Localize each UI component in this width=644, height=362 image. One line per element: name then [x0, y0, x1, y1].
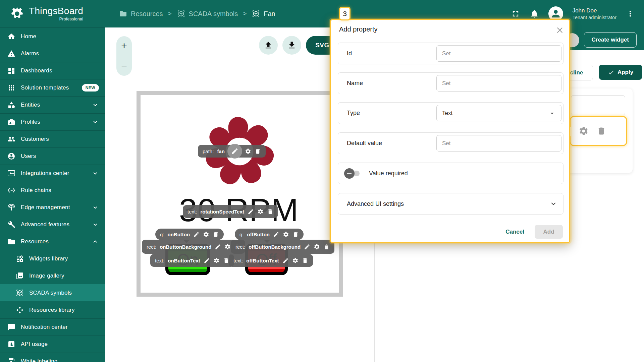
chevron-down-icon[interactable]	[92, 204, 99, 211]
add-property-dialog: 3 Add property IdSetNameSetTypeTextDefau…	[330, 19, 570, 243]
zoom-control: + −	[116, 36, 132, 76]
caret-down-icon	[548, 110, 556, 117]
close-icon	[555, 25, 565, 35]
delete-button[interactable]	[302, 257, 308, 264]
tag-name: onButton	[168, 232, 190, 237]
add-button[interactable]: Add	[535, 225, 563, 239]
edit-button[interactable]	[304, 244, 310, 250]
edit-button[interactable]	[215, 244, 221, 250]
sidebar-item-resources-library[interactable]: Resources library	[0, 301, 105, 318]
fullscreen-button[interactable]	[511, 9, 520, 18]
chevron-down-icon	[549, 199, 558, 208]
sidebar-item-resources[interactable]: Resources	[0, 233, 105, 250]
edit-button[interactable]	[282, 257, 289, 264]
delete-button[interactable]	[255, 148, 261, 155]
notifications-bell-button[interactable]	[530, 9, 539, 18]
edit-button[interactable]	[193, 231, 200, 238]
check-icon	[608, 69, 614, 76]
sidebar-item-image-gallery[interactable]: Image gallery	[0, 267, 105, 284]
chevron-down-icon[interactable]	[92, 170, 99, 177]
white-label-icon	[7, 357, 15, 362]
close-icon[interactable]	[555, 25, 565, 35]
field-input-default-value[interactable]: Set	[436, 135, 561, 152]
sidebar-item-solution-templates[interactable]: Solution templatesNEW	[0, 79, 105, 96]
sidebar-item-notification-center[interactable]: Notification center	[0, 318, 105, 336]
property-field[interactable]	[571, 95, 625, 115]
delete-button[interactable]	[213, 231, 219, 238]
trash-icon	[292, 231, 299, 238]
edit-button[interactable]	[204, 257, 210, 264]
gear-icon[interactable]	[579, 126, 589, 136]
settings-button[interactable]	[245, 148, 251, 155]
delete-button[interactable]	[292, 231, 299, 238]
download-button[interactable]	[282, 36, 301, 55]
delete-button[interactable]	[223, 257, 229, 264]
settings-button[interactable]	[213, 257, 220, 264]
sidebar-item-customers[interactable]: Customers	[0, 130, 105, 147]
trash-icon	[223, 257, 229, 264]
settings-button[interactable]	[292, 257, 299, 264]
apply-button[interactable]: Apply	[599, 65, 642, 80]
zoom-out-button[interactable]: −	[121, 61, 127, 71]
sidebar-item-edge-management[interactable]: Edge management	[0, 199, 105, 216]
api-icon	[7, 340, 15, 348]
field-input-id[interactable]: Set	[436, 45, 561, 62]
advanced-ui-settings-row[interactable]: Advanced UI settings	[338, 193, 564, 215]
settings-button[interactable]	[283, 231, 289, 238]
cancel-button[interactable]: Cancel	[505, 229, 524, 235]
chevron-down-icon[interactable]	[92, 221, 99, 228]
field-select-type[interactable]: Text	[436, 105, 561, 121]
sidebar-item-home[interactable]: Home	[0, 28, 105, 45]
field-label: Name	[347, 80, 363, 87]
chevron-down-icon[interactable]	[92, 101, 99, 109]
settings-button[interactable]	[203, 231, 209, 238]
sidebar-item-scada-symbols[interactable]: SCADA symbols	[0, 284, 105, 301]
sidebar-item-label: Resources	[21, 238, 49, 245]
tag-type: path:	[203, 148, 214, 154]
value-required-toggle[interactable]	[346, 171, 360, 176]
delete-button[interactable]	[323, 244, 330, 250]
breadcrumb-item-scada-symbols[interactable]: SCADA symbols	[177, 10, 238, 18]
scada-icon	[177, 10, 185, 18]
breadcrumb-item-fan[interactable]: Fan	[252, 10, 275, 18]
sidebar-item-entities[interactable]: Entities	[0, 96, 105, 113]
app-logo[interactable]: ThingsBoard Professional	[0, 0, 105, 27]
user-info[interactable]: John Doe Tenant administrator	[573, 7, 616, 21]
field-input-name[interactable]: Set	[436, 75, 561, 92]
gallery-icon	[16, 272, 24, 280]
sidebar-item-alarms[interactable]: Alarms	[0, 45, 105, 62]
create-widget-button[interactable]: Create widget	[584, 32, 637, 48]
profiles-icon	[7, 118, 15, 126]
zoom-in-button[interactable]: +	[121, 41, 127, 51]
upload-button[interactable]	[259, 36, 278, 55]
settings-button[interactable]	[314, 244, 320, 250]
tag-name: onButtonText	[168, 258, 200, 263]
settings-button[interactable]	[224, 244, 231, 250]
breadcrumb-item-resources[interactable]: Resources	[119, 10, 163, 18]
edit-button[interactable]	[248, 208, 254, 215]
sidebar-item-rule-chains[interactable]: Rule chains	[0, 182, 105, 199]
scada-icon	[16, 289, 24, 297]
sidebar-item-advanced-features[interactable]: Advanced features	[0, 216, 105, 233]
sidebar-item-dashboards[interactable]: Dashboards	[0, 62, 105, 79]
sidebar-item-users[interactable]: Users	[0, 147, 105, 165]
trash-icon[interactable]	[597, 126, 606, 136]
sidebar-item-widgets-library[interactable]: Widgets library	[0, 250, 105, 267]
kebab-menu-button[interactable]	[626, 9, 635, 18]
rule-chains-icon	[7, 186, 15, 194]
settings-button[interactable]	[257, 208, 264, 215]
tag-offButtonBackground: rect:offButtonBackground	[231, 240, 334, 254]
sidebar-item-integrations-center[interactable]: Integrations center	[0, 165, 105, 182]
sidebar-item-white-labeling[interactable]: White labeling	[0, 353, 105, 362]
edit-button[interactable]	[227, 144, 242, 159]
sidebar-item-profiles[interactable]: Profiles	[0, 113, 105, 130]
edit-button[interactable]	[273, 231, 279, 238]
chevron-down-icon[interactable]	[92, 118, 99, 126]
field-label: Default value	[347, 140, 382, 147]
sidebar-item-label: Edge management	[21, 204, 70, 211]
sidebar-item-label: Users	[21, 153, 36, 160]
sidebar-item-api-usage[interactable]: API usage	[0, 336, 105, 353]
delete-button[interactable]	[267, 208, 273, 215]
chevron-down-icon[interactable]	[549, 199, 558, 208]
chevron-up-icon[interactable]	[92, 238, 99, 245]
